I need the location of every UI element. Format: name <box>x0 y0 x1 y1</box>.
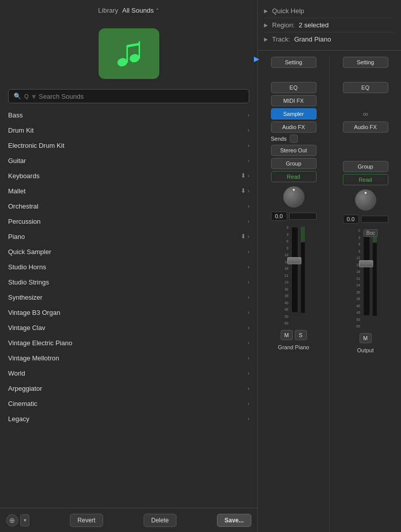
bottom-bar: ⊕ ▾ Revert Delete Save... <box>0 508 257 532</box>
search-icon: 🔍 <box>14 93 21 100</box>
read-btn-ch2[interactable]: Read <box>343 174 388 185</box>
link-icon: ∞ <box>363 110 368 118</box>
volume-display-ch1: 0.0 <box>271 212 317 221</box>
list-item[interactable]: Guitar› <box>0 153 257 168</box>
list-item[interactable]: Mallet⬇› <box>0 183 257 198</box>
region-row[interactable]: ▶ Region: 2 selected <box>264 18 395 32</box>
chevron-right-icon: › <box>248 401 249 406</box>
list-item[interactable]: Cinematic› <box>0 396 257 411</box>
add-button[interactable]: ⊕ <box>6 514 18 526</box>
region-label: Region: <box>272 21 295 29</box>
fader-handle-ch1[interactable] <box>287 257 301 264</box>
sends-row: Sends <box>271 135 317 143</box>
list-item[interactable]: Arpeggiator› <box>0 381 257 396</box>
info-section: ▶ Quick Help ▶ Region: 2 selected ▶ Trac… <box>258 0 401 51</box>
list-item-label: Vintage B3 Organ <box>8 309 60 316</box>
volume-display-ch2: 0.0 <box>343 215 388 224</box>
right-panel: ▶ Quick Help ▶ Region: 2 selected ▶ Trac… <box>258 0 401 532</box>
list-item[interactable]: Vintage Clav› <box>0 320 257 335</box>
chevron-right-icon: › <box>248 173 249 179</box>
list-item-label: Percussion <box>8 218 40 225</box>
group-btn-ch1[interactable]: Group <box>271 158 317 169</box>
stereo-out-btn[interactable]: Stereo Out <box>271 145 317 156</box>
list-item[interactable]: Quick Sampler› <box>0 244 257 259</box>
chevron-right-icon: › <box>248 203 249 209</box>
knob-ch2[interactable] <box>355 189 376 211</box>
chevron-right-icon: › <box>248 340 249 346</box>
chevron-right-icon: › <box>248 219 249 224</box>
list-item-label: Mallet <box>8 187 26 195</box>
eq-btn-ch1[interactable]: EQ <box>271 82 317 93</box>
save-button[interactable]: Save... <box>217 514 251 527</box>
chevron-right-icon: › <box>248 128 249 133</box>
list-item[interactable]: Bass› <box>0 107 257 122</box>
meter-bars-ch2 <box>373 230 378 316</box>
search-input[interactable] <box>39 93 244 100</box>
list-item-label: Vintage Electric Piano <box>8 339 72 347</box>
list-item[interactable]: Percussion› <box>0 214 257 229</box>
sends-dot[interactable] <box>290 135 298 143</box>
chevron-right-icon: › <box>248 188 249 194</box>
list-item[interactable]: Drum Kit› <box>0 122 257 138</box>
list-item[interactable]: Electronic Drum Kit› <box>0 138 257 153</box>
meter-scale-ch2: 03691215182124303540455060 <box>353 228 361 329</box>
list-item[interactable]: Vintage Electric Piano› <box>0 335 257 350</box>
volume-knob-ch1[interactable] <box>281 184 306 210</box>
list-item[interactable]: Keyboards⬇› <box>0 168 257 183</box>
fader-handle-ch2[interactable] <box>359 260 373 267</box>
chevron-right-icon: › <box>248 355 249 361</box>
setting-btn-ch1[interactable]: Setting <box>271 57 317 68</box>
list-item-label: World <box>8 370 25 377</box>
group-btn-ch2[interactable]: Group <box>343 161 388 172</box>
list-item[interactable]: Piano⬇› <box>0 229 257 244</box>
meter-bars-ch1 <box>301 227 306 313</box>
volume-bar-ch2[interactable] <box>361 216 388 223</box>
chevron-right-icon: › <box>248 279 249 285</box>
meter-scale-ch1: 03691215182124303540455060 <box>282 225 289 326</box>
quick-help-row[interactable]: ▶ Quick Help <box>264 4 395 18</box>
list-item[interactable]: Vintage B3 Organ› <box>0 305 257 320</box>
delete-button[interactable]: Delete <box>144 514 176 527</box>
eq-btn-ch2[interactable]: EQ <box>343 82 388 93</box>
download-icon: ⬇ <box>241 172 246 179</box>
chevron-right-icon: › <box>248 416 249 422</box>
chevron-right-icon: › <box>248 295 249 300</box>
mute-btn-ch1[interactable]: M <box>281 330 293 340</box>
list-item[interactable]: World› <box>0 365 257 381</box>
search-bar[interactable]: 🔍 Q ▾ <box>8 89 249 103</box>
revert-button[interactable]: Revert <box>70 514 103 527</box>
audio-fx-btn-ch1[interactable]: Audio FX <box>271 121 317 133</box>
svg-rect-4 <box>126 43 140 48</box>
header-allsounds-btn[interactable]: All Sounds ⌃ <box>122 7 159 14</box>
list-item[interactable]: Orchestral› <box>0 198 257 214</box>
list-item[interactable]: Studio Horns› <box>0 259 257 274</box>
list-item[interactable]: Synthesizer› <box>0 290 257 305</box>
bottom-left-group: ⊕ ▾ <box>6 514 29 526</box>
dropdown-arrow[interactable]: ▾ <box>20 514 29 526</box>
chevron-right-icon: › <box>248 234 249 239</box>
mute-btn-ch2[interactable]: M <box>360 333 372 343</box>
volume-bar-ch1[interactable] <box>289 213 317 220</box>
track-row[interactable]: ▶ Track: Grand Piano <box>264 32 395 46</box>
chevron-right-icon: › <box>248 310 249 315</box>
music-icon-bg <box>99 28 159 79</box>
region-chevron: ▶ <box>264 22 268 28</box>
chevron-right-icon: › <box>248 264 249 270</box>
list-item[interactable]: Studio Strings› <box>0 274 257 290</box>
list-item[interactable]: Legacy› <box>0 411 257 426</box>
sampler-btn[interactable]: Sampler <box>271 108 317 119</box>
knob-ch1[interactable] <box>283 186 304 208</box>
chevron-right-icon: › <box>248 158 249 163</box>
audio-fx-btn-ch2[interactable]: Audio FX <box>343 121 388 133</box>
read-btn-ch1[interactable]: Read <box>271 171 317 182</box>
chevron-right-icon: › <box>248 143 249 148</box>
midi-fx-btn[interactable]: MIDI FX <box>271 95 317 106</box>
solo-btn-ch1[interactable]: S <box>295 330 307 340</box>
sends-label: Sends <box>271 136 287 142</box>
list-item-label: Quick Sampler <box>8 248 51 256</box>
list-item-label: Studio Strings <box>8 278 49 286</box>
list-item[interactable]: Vintage Mellotron› <box>0 350 257 365</box>
volume-knob-ch2[interactable] <box>353 187 378 213</box>
bnc-container: Bnc <box>364 228 377 237</box>
setting-btn-ch2[interactable]: Setting <box>343 57 388 68</box>
